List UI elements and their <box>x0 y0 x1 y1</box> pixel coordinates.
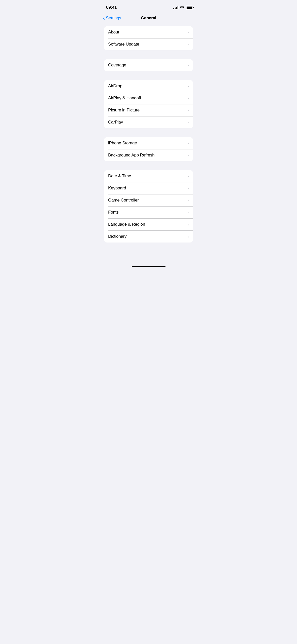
airdrop-label: AirDrop <box>108 84 122 89</box>
game-controller-label: Game Controller <box>108 198 139 203</box>
iphone-storage-label: iPhone Storage <box>108 141 137 146</box>
list-item-fonts[interactable]: Fonts › <box>104 206 193 218</box>
list-item-background-app-refresh[interactable]: Background App Refresh › <box>104 149 193 161</box>
coverage-chevron-icon: › <box>188 63 189 67</box>
back-chevron-icon: ‹ <box>103 16 105 21</box>
picture-in-picture-label: Picture in Picture <box>108 108 140 113</box>
section-coverage: Coverage › <box>104 59 193 71</box>
signal-icon <box>173 6 178 9</box>
fonts-label: Fonts <box>108 210 119 215</box>
language-region-label: Language & Region <box>108 222 145 227</box>
section-about: About › Software Update › <box>104 26 193 50</box>
section-storage: iPhone Storage › Background App Refresh … <box>104 137 193 161</box>
wifi-icon <box>180 6 184 9</box>
airplay-handoff-label: AirPlay & Handoff <box>108 96 141 101</box>
keyboard-label: Keyboard <box>108 186 126 191</box>
keyboard-chevron-icon: › <box>188 186 189 190</box>
list-item-picture-in-picture[interactable]: Picture in Picture › <box>104 104 193 116</box>
software-update-label: Software Update <box>108 42 139 47</box>
about-label: About <box>108 30 119 35</box>
back-button[interactable]: ‹ Settings <box>103 16 121 21</box>
background-app-refresh-label: Background App Refresh <box>108 153 155 158</box>
list-item-keyboard[interactable]: Keyboard › <box>104 182 193 194</box>
list-item-software-update[interactable]: Software Update › <box>104 38 193 50</box>
list-item-airplay-handoff[interactable]: AirPlay & Handoff › <box>104 92 193 104</box>
back-label: Settings <box>106 16 121 21</box>
airplay-handoff-chevron-icon: › <box>188 96 189 100</box>
list-item-date-time[interactable]: Date & Time › <box>104 170 193 182</box>
carplay-chevron-icon: › <box>188 120 189 125</box>
dictionary-label: Dictionary <box>108 234 127 239</box>
date-time-chevron-icon: › <box>188 174 189 178</box>
list-item-carplay[interactable]: CarPlay › <box>104 116 193 128</box>
background-app-refresh-chevron-icon: › <box>188 153 189 157</box>
status-time: 09:41 <box>106 5 117 10</box>
game-controller-chevron-icon: › <box>188 198 189 203</box>
home-bar <box>132 266 165 267</box>
status-bar: 09:41 <box>99 0 198 14</box>
page-title: General <box>141 16 156 21</box>
iphone-storage-chevron-icon: › <box>188 141 189 145</box>
software-update-chevron-icon: › <box>188 42 189 47</box>
list-item-game-controller[interactable]: Game Controller › <box>104 194 193 206</box>
picture-in-picture-chevron-icon: › <box>188 108 189 112</box>
list-item-about[interactable]: About › <box>104 26 193 38</box>
dictionary-chevron-icon: › <box>188 234 189 239</box>
list-item-dictionary[interactable]: Dictionary › <box>104 230 193 243</box>
list-item-language-region[interactable]: Language & Region › <box>104 218 193 230</box>
status-icons <box>173 6 193 9</box>
carplay-label: CarPlay <box>108 120 123 125</box>
battery-icon <box>186 6 193 9</box>
list-item-iphone-storage[interactable]: iPhone Storage › <box>104 137 193 149</box>
list-item-coverage[interactable]: Coverage › <box>104 59 193 71</box>
about-chevron-icon: › <box>188 30 189 34</box>
section-connectivity: AirDrop › AirPlay & Handoff › Picture in… <box>104 80 193 128</box>
airdrop-chevron-icon: › <box>188 84 189 88</box>
home-indicator <box>99 264 198 269</box>
settings-content: About › Software Update › Coverage › Air… <box>99 24 198 261</box>
nav-bar: ‹ Settings General <box>99 14 198 24</box>
battery-fill <box>187 7 192 9</box>
date-time-label: Date & Time <box>108 174 131 179</box>
coverage-label: Coverage <box>108 63 126 68</box>
fonts-chevron-icon: › <box>188 210 189 215</box>
list-item-airdrop[interactable]: AirDrop › <box>104 80 193 92</box>
language-region-chevron-icon: › <box>188 222 189 227</box>
section-locale: Date & Time › Keyboard › Game Controller… <box>104 170 193 243</box>
